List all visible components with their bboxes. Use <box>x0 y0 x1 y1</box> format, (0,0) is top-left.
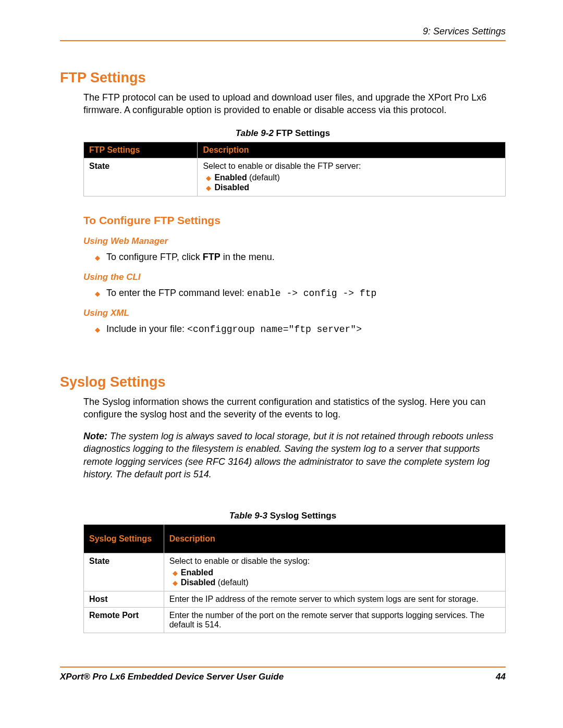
syslog-port-label: Remote Port <box>89 611 139 620</box>
syslog-settings-table: Syslog Settings Description State Select… <box>83 524 506 633</box>
bullet-line: ◆To enter the FTP command level: enable … <box>95 288 506 299</box>
using-web-manager-heading: Using Web Manager <box>83 236 506 246</box>
syslog-port-desc: Enter the number of the port on the remo… <box>164 608 505 633</box>
ftp-settings-table: FTP Settings Description State Select to… <box>83 142 506 196</box>
ftp-th-settings: FTP Settings <box>84 142 198 158</box>
footer-title: XPort® Pro Lx6 Embedded Device Server Us… <box>60 672 284 682</box>
bullet-line: ◆To configure FTP, click FTP in the menu… <box>95 252 506 263</box>
syslog-state-label: State <box>89 557 109 565</box>
syslog-th-description: Description <box>164 525 505 553</box>
ftp-intro: The FTP protocol can be used to upload a… <box>83 91 506 117</box>
diamond-icon: ◆ <box>173 569 181 577</box>
table-row: Remote Port Enter the number of the port… <box>84 608 506 633</box>
syslog-heading: Syslog Settings <box>60 374 506 390</box>
bottom-rule <box>60 667 506 668</box>
table-row: State Select to enable or disable the FT… <box>84 158 506 196</box>
syslog-host-desc: Enter the IP address of the remote serve… <box>164 591 505 608</box>
ftp-table-caption: Table 9-2 FTP Settings <box>60 128 506 139</box>
list-item: ◆Disabled <box>206 183 500 192</box>
ftp-state-desc: Select to enable or disable the FTP serv… <box>203 162 361 170</box>
syslog-th-settings: Syslog Settings <box>84 525 164 553</box>
page-number: 44 <box>496 672 506 682</box>
diamond-icon: ◆ <box>206 174 214 182</box>
syslog-host-label: Host <box>89 595 108 603</box>
using-cli-heading: Using the CLI <box>83 272 506 282</box>
ftp-th-description: Description <box>198 142 506 158</box>
configure-ftp-heading: To Configure FTP Settings <box>83 214 506 227</box>
table-row: Host Enter the IP address of the remote … <box>84 591 506 608</box>
page-footer: XPort® Pro Lx6 Embedded Device Server Us… <box>60 672 506 682</box>
top-rule <box>60 40 506 41</box>
ftp-state-label: State <box>89 162 109 170</box>
list-item: ◆Enabled (default) <box>206 173 500 182</box>
chapter-header: 9: Services Settings <box>60 26 506 37</box>
bullet-line: ◆Include in your file: <configgroup name… <box>95 324 506 335</box>
diamond-icon: ◆ <box>95 254 106 262</box>
diamond-icon: ◆ <box>95 290 106 298</box>
using-xml-heading: Using XML <box>83 308 506 318</box>
ftp-heading: FTP Settings <box>60 70 506 86</box>
table-row: State Select to enable or disable the sy… <box>84 553 506 591</box>
syslog-state-desc: Select to enable or disable the syslog: <box>169 557 310 565</box>
syslog-note: Note: The system log is always saved to … <box>83 430 506 480</box>
diamond-icon: ◆ <box>206 184 214 192</box>
syslog-intro: The Syslog information shows the current… <box>83 396 506 421</box>
syslog-table-caption: Table 9-3 Syslog Settings <box>60 511 506 521</box>
list-item: ◆Disabled (default) <box>173 578 500 587</box>
diamond-icon: ◆ <box>95 326 106 334</box>
diamond-icon: ◆ <box>173 579 181 587</box>
list-item: ◆Enabled <box>173 568 500 577</box>
